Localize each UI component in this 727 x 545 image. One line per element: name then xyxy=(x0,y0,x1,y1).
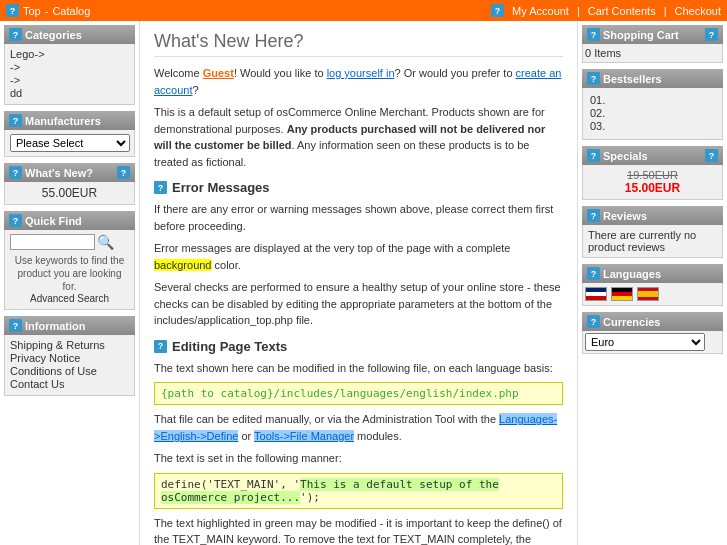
categories-help-icon[interactable]: ? xyxy=(9,28,22,41)
checks-text: Several checks are performed to ensure a… xyxy=(154,279,563,329)
specials-header: ? Specials ? xyxy=(582,146,723,165)
manufacturers-body: Please Select xyxy=(4,130,135,157)
information-body: Shipping & Returns Privacy Notice Condit… xyxy=(4,335,135,396)
categories-title: Categories xyxy=(25,29,82,41)
search-input[interactable] xyxy=(10,234,95,250)
error-messages-title: Error Messages xyxy=(172,180,270,195)
welcome-prefix: Welcome xyxy=(154,67,203,79)
page-wrapper: ? Categories Lego-> -> -> dd ? Manufactu… xyxy=(0,21,727,545)
languages-body xyxy=(582,283,723,306)
categories-header: ? Categories xyxy=(4,25,135,44)
code-define-prefix: define('TEXT_MAIN', ' xyxy=(161,478,300,491)
code-path-box: {path to catalog}/includes/languages/eng… xyxy=(154,382,563,405)
error-display-end: color. xyxy=(212,259,241,271)
separator1: | xyxy=(577,5,580,17)
bestseller-3: 03. xyxy=(590,120,715,132)
my-account-link[interactable]: My Account xyxy=(512,5,569,17)
category-arrow1[interactable]: -> xyxy=(10,61,129,73)
reviews-box: ? Reviews There are currently no product… xyxy=(582,206,723,258)
currencies-help-icon[interactable]: ? xyxy=(587,315,600,328)
quick-find-help-text: Use keywords to find the product you are… xyxy=(10,254,129,293)
cart-help-icon2[interactable]: ? xyxy=(705,28,718,41)
tools-link[interactable]: Tools->File Manager xyxy=(254,430,354,442)
bestsellers-box: ? Bestsellers 01. 02. 03. xyxy=(582,69,723,140)
currencies-title: Currencies xyxy=(603,316,660,328)
flag-uk[interactable] xyxy=(585,287,607,301)
conditions-link[interactable]: Conditions of Use xyxy=(10,365,129,377)
manufacturers-select[interactable]: Please Select xyxy=(10,134,130,152)
left-sidebar: ? Categories Lego-> -> -> dd ? Manufactu… xyxy=(0,21,140,545)
bestseller-1: 01. xyxy=(590,94,715,106)
editing-help-icon[interactable]: ? xyxy=(154,340,167,353)
text-set: The text is set in the following manner: xyxy=(154,450,563,467)
languages-header: ? Languages xyxy=(582,264,723,283)
information-box: ? Information Shipping & Returns Privacy… xyxy=(4,316,135,396)
specials-help-icon[interactable]: ? xyxy=(587,149,600,162)
category-dd[interactable]: dd xyxy=(10,87,129,99)
currencies-body: Euro xyxy=(582,331,723,354)
whats-new-price: 55.00EUR xyxy=(4,182,135,205)
separator2: | xyxy=(664,5,667,17)
checkout-link[interactable]: Checkout xyxy=(675,5,721,17)
reviews-help-icon[interactable]: ? xyxy=(587,209,600,222)
bestsellers-body: 01. 02. 03. xyxy=(582,88,723,140)
error-messages-section-header: ? Error Messages xyxy=(154,180,563,195)
bestsellers-list: 01. 02. 03. xyxy=(588,92,717,135)
catalog-link[interactable]: Catalog xyxy=(52,5,90,17)
category-arrow2[interactable]: -> xyxy=(10,74,129,86)
search-button[interactable]: 🔍 xyxy=(97,234,114,250)
error-display-para: Error messages are displayed at the very… xyxy=(154,240,563,273)
editing-mid: That file can be edited manually, or via… xyxy=(154,413,499,425)
code-define-end: '); xyxy=(300,491,320,504)
category-lego[interactable]: Lego-> xyxy=(10,48,129,60)
shopping-cart-box: ? Shopping Cart ? 0 Items xyxy=(582,25,723,63)
currencies-box: ? Currencies Euro xyxy=(582,312,723,354)
flag-es[interactable] xyxy=(637,287,659,301)
bestsellers-help-icon[interactable]: ? xyxy=(587,72,600,85)
categories-box: ? Categories Lego-> -> -> dd xyxy=(4,25,135,105)
languages-help-icon[interactable]: ? xyxy=(587,267,600,280)
error-help-icon[interactable]: ? xyxy=(154,181,167,194)
cart-contents-link[interactable]: Cart Contents xyxy=(588,5,656,17)
manufacturers-title: Manufacturers xyxy=(25,115,101,127)
manufacturers-help-icon[interactable]: ? xyxy=(9,114,22,127)
error-display-prefix: Error messages are displayed at the very… xyxy=(154,242,510,254)
code-define-box: define('TEXT_MAIN', 'This is a default s… xyxy=(154,473,563,509)
whats-new-box: ? What's New? ? 55.00EUR xyxy=(4,163,135,205)
error-intro: If there are any error or warning messag… xyxy=(154,201,563,234)
manufacturers-box: ? Manufacturers Please Select xyxy=(4,111,135,157)
help-icon-account[interactable]: ? xyxy=(491,4,504,17)
shopping-cart-header: ? Shopping Cart ? xyxy=(582,25,723,44)
bestseller-2: 02. xyxy=(590,107,715,119)
whats-new-help-icon2[interactable]: ? xyxy=(117,166,130,179)
currencies-select[interactable]: Euro xyxy=(585,333,705,351)
quick-find-input-row: 🔍 xyxy=(10,234,129,250)
whats-new-help-icon[interactable]: ? xyxy=(9,166,22,179)
quick-find-help-icon[interactable]: ? xyxy=(9,214,22,227)
help-icon-top[interactable]: ? xyxy=(6,4,19,17)
privacy-notice-link[interactable]: Privacy Notice xyxy=(10,352,129,364)
editing-mid3: modules. xyxy=(354,430,402,442)
reviews-body: There are currently no product reviews xyxy=(582,225,723,258)
flag-de[interactable] xyxy=(611,287,633,301)
background-word: background xyxy=(154,259,212,271)
advanced-search-link[interactable]: Advanced Search xyxy=(10,293,129,304)
default-setup-paragraph: This is a default setup of osCommerce On… xyxy=(154,104,563,170)
welcome-end: ? xyxy=(193,84,199,96)
welcome-paragraph: Welcome Guest! Would you like to log you… xyxy=(154,65,563,98)
information-help-icon[interactable]: ? xyxy=(9,319,22,332)
log-in-link[interactable]: log yourself in xyxy=(327,67,395,79)
whats-new-price-value: 55.00EUR xyxy=(42,186,97,200)
quick-find-box: ? Quick Find 🔍 Use keywords to find the … xyxy=(4,211,135,310)
guest-link[interactable]: Guest xyxy=(203,67,234,79)
reviews-header: ? Reviews xyxy=(582,206,723,225)
cart-help-icon[interactable]: ? xyxy=(587,28,600,41)
categories-body: Lego-> -> -> dd xyxy=(4,44,135,105)
contact-us-link[interactable]: Contact Us xyxy=(10,378,129,390)
specials-help-icon2[interactable]: ? xyxy=(705,149,718,162)
code-path: {path to catalog}/includes/languages/eng… xyxy=(161,387,519,400)
shipping-returns-link[interactable]: Shipping & Returns xyxy=(10,339,129,351)
welcome-mid2: ? Or would you prefer to xyxy=(395,67,516,79)
specials-title: Specials xyxy=(603,150,648,162)
right-sidebar: ? Shopping Cart ? 0 Items ? Bestsellers … xyxy=(577,21,727,545)
